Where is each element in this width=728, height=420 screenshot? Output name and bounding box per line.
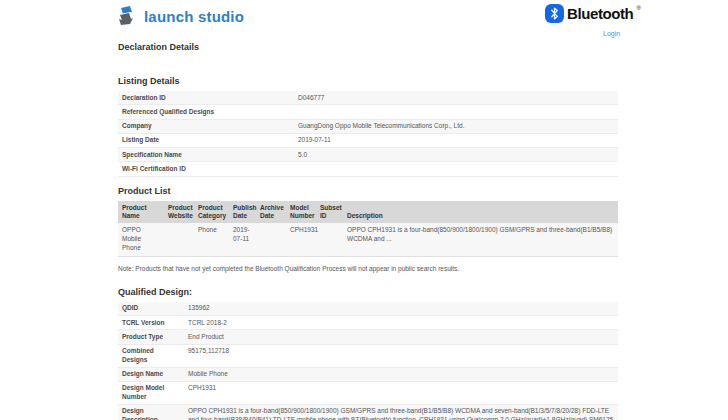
row-value: 5.0 xyxy=(294,148,618,162)
row-value: 95175,112718 xyxy=(184,344,618,367)
table-row: Product Type End Product xyxy=(118,330,618,344)
product-list-heading: Product List xyxy=(118,186,618,196)
row-label: TCRL Version xyxy=(118,316,184,330)
column-header: Model Number xyxy=(286,201,316,224)
qualified-design-heading: Qualified Design: xyxy=(118,287,618,297)
registered-trademark-symbol: ® xyxy=(636,5,640,11)
table-header-row: Product Name Product Website Product Cat… xyxy=(118,201,618,224)
table-row: Design Description OPPO CPH1931 is a fou… xyxy=(118,404,618,420)
table-row: Wi-Fi Certification ID xyxy=(118,162,618,176)
row-label: Design Description xyxy=(118,404,184,420)
row-label: Specification Name xyxy=(118,148,294,162)
product-list-table: Product Name Product Website Product Cat… xyxy=(118,201,618,257)
row-value xyxy=(294,105,618,119)
qualified-design-table: QDID 135962 TCRL Version TCRL 2018-2 Pro… xyxy=(118,302,618,420)
column-header: Product Website xyxy=(164,201,194,224)
table-row: Design Name Mobile Phone xyxy=(118,367,618,381)
archive-date-cell xyxy=(256,223,286,256)
publish-date-cell: 2019-07-11 xyxy=(229,223,256,256)
product-name-cell: OPPO Mobile Phone xyxy=(118,223,164,256)
table-row: Referenced Qualified Designs xyxy=(118,105,618,119)
row-label: QDID xyxy=(118,302,184,316)
column-header: Archive Date xyxy=(256,201,286,224)
subset-id-cell xyxy=(316,223,343,256)
column-header: Description xyxy=(343,201,618,224)
row-label: Company xyxy=(118,119,294,133)
table-row: Combined Designs 95175,112718 xyxy=(118,344,618,367)
row-value: D046777 xyxy=(294,91,618,105)
login-link[interactable]: Login xyxy=(603,30,620,37)
product-category-cell: Phone xyxy=(194,223,229,256)
bluetooth-icon xyxy=(545,4,564,23)
row-value xyxy=(294,162,618,176)
listing-details-heading: Listing Details xyxy=(118,76,618,86)
qualification-note: Note: Products that have not yet complet… xyxy=(118,265,618,272)
table-row: Listing Date 2019-07-11 xyxy=(118,133,618,147)
row-value: End Product xyxy=(184,330,618,344)
description-cell: OPPO CPH1931 is a four-band(850/900/1800… xyxy=(343,223,618,256)
column-header: Product Name xyxy=(118,201,164,224)
table-row: TCRL Version TCRL 2018-2 xyxy=(118,316,618,330)
bluetooth-logo: Bluetooth ® xyxy=(545,4,641,23)
row-value: OPPO CPH1931 is a four-band(850/900/1800… xyxy=(184,404,618,420)
table-row: Specification Name 5.0 xyxy=(118,148,618,162)
main-content: Declaration Details Listing Details Decl… xyxy=(118,42,618,420)
launch-studio-wordmark: launch studio xyxy=(144,8,244,25)
bluetooth-wordmark: Bluetooth xyxy=(567,4,633,23)
row-label: Product Type xyxy=(118,330,184,344)
row-label: Listing Date xyxy=(118,133,294,147)
column-header: Subset ID xyxy=(316,201,343,224)
row-value: GuangDong Oppo Mobile Telecommunications… xyxy=(294,119,618,133)
product-website-cell xyxy=(164,223,194,256)
row-label: Design Name xyxy=(118,367,184,381)
row-value: 2019-07-11 xyxy=(294,133,618,147)
row-value: Mobile Phone xyxy=(184,367,618,381)
model-number-cell: CPH1931 xyxy=(286,223,316,256)
column-header: Product Category xyxy=(194,201,229,224)
column-header: Publish Date xyxy=(229,201,256,224)
row-label: Declaration ID xyxy=(118,91,294,105)
row-label: Referenced Qualified Designs xyxy=(118,105,294,119)
row-value: CPH1931 xyxy=(184,381,618,404)
listing-details-table: Declaration ID D046777 Referenced Qualif… xyxy=(118,91,618,177)
row-value: TCRL 2018-2 xyxy=(184,316,618,330)
row-label: Wi-Fi Certification ID xyxy=(118,162,294,176)
row-label: Combined Designs xyxy=(118,344,184,367)
row-label: Design Model Number xyxy=(118,381,184,404)
page-title: Declaration Details xyxy=(118,42,618,52)
table-row: Company GuangDong Oppo Mobile Telecommun… xyxy=(118,119,618,133)
table-row: OPPO Mobile Phone Phone 2019-07-11 CPH19… xyxy=(118,223,618,256)
table-row: QDID 135962 xyxy=(118,302,618,316)
launch-studio-icon xyxy=(117,5,139,27)
launch-studio-logo[interactable]: launch studio xyxy=(117,5,244,27)
table-row: Design Model Number CPH1931 xyxy=(118,381,618,404)
row-value: 135962 xyxy=(184,302,618,316)
table-row: Declaration ID D046777 xyxy=(118,91,618,105)
